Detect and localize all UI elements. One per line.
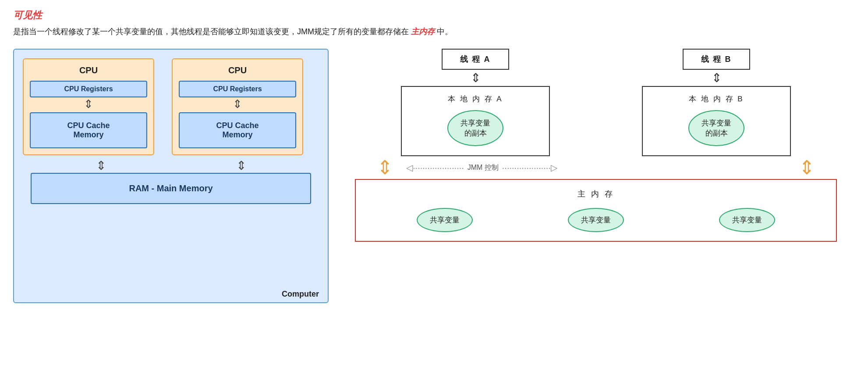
local-mem-a-title: 本 地 内 存 A <box>448 94 503 104</box>
jmm-row: ⇕ ◁····················· JMM 控制 ········… <box>355 156 837 179</box>
cpus-row: CPU CPU Registers ⇕ CPU CacheMemory CPU … <box>23 58 319 155</box>
shared-var-main-1: 共享变量 <box>417 208 473 232</box>
local-mem-a-box: 本 地 内 存 A 共享变量的副本 <box>401 86 550 156</box>
jmm-label: JMM 控制 <box>468 163 499 172</box>
cpu-cache-2: CPU CacheMemory <box>179 112 296 148</box>
ram-arrow-1: ⇕ <box>96 160 106 172</box>
right-orange-arrow: ⇕ <box>799 158 815 177</box>
shared-ovals-row: 共享变量 共享变量 共享变量 <box>369 208 823 232</box>
shared-var-oval-b: 共享变量的副本 <box>688 110 744 146</box>
main-mem-title: 主 内 存 <box>369 189 823 199</box>
shared-var-main-2: 共享变量 <box>568 208 624 232</box>
arrow-down-2: ⇕ <box>233 98 242 110</box>
jmm-control-section: ◁····················· JMM 控制 ··········… <box>406 162 786 173</box>
shared-var-main-3: 共享变量 <box>719 208 775 232</box>
cpu-cache-1: CPU CacheMemory <box>30 112 147 148</box>
desc-text2: 中。 <box>437 27 453 36</box>
ram-arrows-row: ⇕ ⇕ <box>31 160 311 172</box>
thread-a-box: 线 程 A <box>442 49 509 70</box>
right-diagram: 线 程 A ⇕ 本 地 内 存 A 共享变量的副本 线 程 B ⇕ 本 地 内 … <box>355 49 837 242</box>
thread-a-arrow: ⇕ <box>471 71 481 86</box>
computer-label: Computer <box>282 290 319 299</box>
page-title: 可见性 <box>13 9 855 22</box>
main-mem-section: 主 内 存 共享变量 共享变量 共享变量 <box>355 179 837 242</box>
left-diagram: CPU CPU Registers ⇕ CPU CacheMemory CPU … <box>13 49 329 303</box>
cpu2-label: CPU <box>228 65 247 75</box>
cpu-unit-2: CPU CPU Registers ⇕ CPU CacheMemory <box>172 58 303 155</box>
arrow-icon-1: ⇕ <box>84 98 93 110</box>
threads-row: 线 程 A ⇕ 本 地 内 存 A 共享变量的副本 线 程 B ⇕ 本 地 内 … <box>355 49 837 157</box>
orange-arrow-left: ⇕ <box>377 158 393 177</box>
description: 是指当一个线程修改了某一个共享变量的值，其他线程是否能够立即知道该变更，JMM规… <box>13 25 855 38</box>
thread-a-col: 线 程 A ⇕ 本 地 内 存 A 共享变量的副本 <box>383 49 567 157</box>
local-mem-b-title: 本 地 内 存 B <box>689 94 744 104</box>
ram-box: RAM - Main Memory <box>31 173 311 204</box>
arrow-down-1: ⇕ <box>84 98 93 110</box>
cpu-registers-2: CPU Registers <box>179 81 296 97</box>
desc-highlight: 主内存 <box>411 27 435 36</box>
arrow-icon-2: ⇕ <box>233 98 242 110</box>
local-mem-b-box: 本 地 内 存 B 共享变量的副本 <box>642 86 791 156</box>
orange-arrow-right: ⇕ <box>799 158 815 177</box>
left-orange-arrow: ⇕ <box>377 158 393 177</box>
cpu1-label: CPU <box>79 65 98 75</box>
ram-section: ⇕ ⇕ RAM - Main Memory <box>23 160 319 204</box>
cpu-unit-1: CPU CPU Registers ⇕ CPU CacheMemory <box>23 58 154 155</box>
thread-b-col: 线 程 B ⇕ 本 地 内 存 B 共享变量的副本 <box>624 49 808 157</box>
ram-arrow-2: ⇕ <box>236 160 246 172</box>
cpu-registers-1: CPU Registers <box>30 81 147 97</box>
thread-b-arrow: ⇕ <box>712 71 722 86</box>
shared-var-oval-a: 共享变量的副本 <box>447 110 503 146</box>
diagrams-row: CPU CPU Registers ⇕ CPU CacheMemory CPU … <box>13 49 855 303</box>
desc-text1: 是指当一个线程修改了某一个共享变量的值，其他线程是否能够立即知道该变更，JMM规… <box>13 27 409 36</box>
thread-b-box: 线 程 B <box>683 49 750 70</box>
